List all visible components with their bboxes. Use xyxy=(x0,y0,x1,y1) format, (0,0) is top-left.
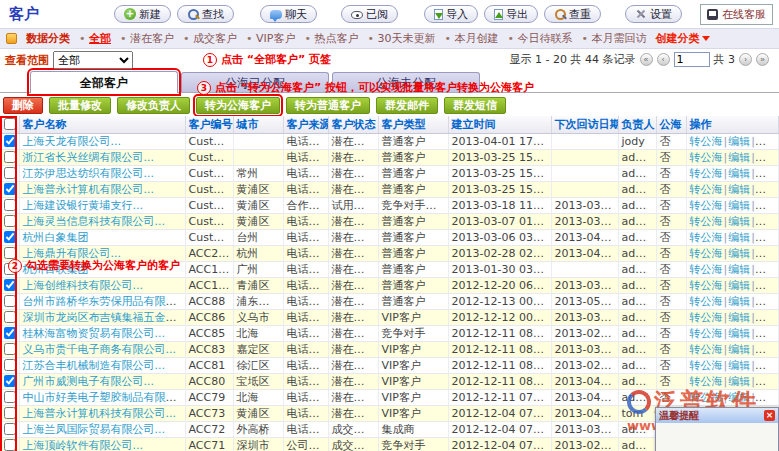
toolbar-button[interactable]: 查找 xyxy=(177,5,234,23)
edit-link[interactable]: 编辑 xyxy=(728,311,750,324)
col-created[interactable]: 建立时间 xyxy=(448,116,551,133)
customer-name-link[interactable]: 桂林海富物资贸易有限公司... xyxy=(23,327,166,340)
customer-name-link[interactable]: 深圳市龙岗区布吉镇集福五金店... xyxy=(23,311,186,324)
customer-name-link[interactable]: 上海普永计算机科技有限公司... xyxy=(23,407,177,420)
classification-filter-link[interactable]: 30天未更新 xyxy=(367,31,435,46)
row-checkbox[interactable] xyxy=(4,167,16,179)
row-checkbox[interactable] xyxy=(4,279,16,291)
edit-link[interactable]: 编辑 xyxy=(728,359,750,372)
to-public-sea-link[interactable]: 转公海 xyxy=(690,343,723,356)
row-checkbox[interactable] xyxy=(4,247,16,259)
col-owner[interactable]: 负责人 xyxy=(618,116,656,133)
row-checkbox[interactable] xyxy=(4,183,16,195)
edit-link[interactable]: 编辑 xyxy=(728,343,750,356)
to-public-sea-link[interactable]: 转公海 xyxy=(690,279,723,292)
row-checkbox[interactable] xyxy=(4,135,16,147)
edit-link[interactable]: 编辑 xyxy=(728,263,750,276)
bulk-action-button[interactable]: 删除 xyxy=(3,97,43,114)
to-public-sea-link[interactable]: 转公海 xyxy=(690,391,723,404)
toolbar-button[interactable]: 导出 xyxy=(484,5,538,23)
row-checkbox[interactable] xyxy=(4,407,16,419)
row-checkbox[interactable] xyxy=(4,295,16,307)
customer-name-link[interactable]: 江苏伊思达纺织有限公司... xyxy=(23,167,155,180)
customer-name-link[interactable]: 上海顶岭软件有限公司... xyxy=(23,439,144,451)
tab[interactable]: 公海未分配 xyxy=(332,72,480,92)
bulk-action-button[interactable]: 修改负责人 xyxy=(117,97,190,114)
close-icon[interactable] xyxy=(764,410,775,421)
customer-name-link[interactable]: 中山市好美电子塑胶制品有限公司... xyxy=(23,391,186,404)
toolbar-button[interactable]: 设置 xyxy=(625,5,682,23)
edit-link[interactable]: 编辑 xyxy=(728,391,750,404)
row-checkbox[interactable] xyxy=(4,263,16,275)
col-source[interactable]: 客户来源 xyxy=(283,116,328,133)
to-public-sea-link[interactable]: 转公海 xyxy=(690,327,723,340)
customer-name-link[interactable]: 义乌市贵千电子商务有限公司... xyxy=(23,343,177,356)
customer-name-link[interactable]: 上海天龙有限公司... xyxy=(23,135,122,148)
edit-link[interactable]: 编辑 xyxy=(728,279,750,292)
select-all-checkbox[interactable] xyxy=(4,118,16,130)
last-page-button[interactable] xyxy=(756,53,769,66)
customer-name-link[interactable]: 杭州白象集团 xyxy=(23,231,89,244)
col-customer-name[interactable]: 客户名称 xyxy=(19,116,185,133)
col-city[interactable]: 城市 xyxy=(233,116,283,133)
edit-link[interactable]: 编辑 xyxy=(728,167,750,180)
row-checkbox[interactable] xyxy=(4,343,16,355)
customer-name-link[interactable]: 江苏合丰机械制造有限公司... xyxy=(23,359,166,372)
previous-page-button[interactable] xyxy=(657,53,670,66)
to-public-sea-link[interactable]: 转公海 xyxy=(690,311,723,324)
page-number-input[interactable] xyxy=(674,52,710,67)
toolbar-button[interactable]: 导入 xyxy=(424,5,478,23)
col-type[interactable]: 客户类型 xyxy=(378,116,448,133)
row-checkbox[interactable] xyxy=(4,199,16,211)
to-public-sea-link[interactable]: 转公海 xyxy=(690,375,723,388)
create-category-link[interactable]: 创建分类 xyxy=(655,31,710,46)
edit-link[interactable]: 编辑 xyxy=(728,215,750,228)
toolbar-button[interactable]: 查重 xyxy=(544,5,601,23)
customer-name-link[interactable]: 浙江省长兴丝绸有限公司... xyxy=(23,151,155,164)
row-checkbox[interactable] xyxy=(4,423,16,435)
toolbar-button[interactable]: 聊天 xyxy=(260,5,317,23)
row-checkbox[interactable] xyxy=(4,311,16,323)
customer-name-link[interactable]: 广州市威测电子有限公司... xyxy=(23,375,155,388)
to-public-sea-link[interactable]: 转公海 xyxy=(690,231,723,244)
customer-name-link[interactable]: 上海普永计算机有限公司... xyxy=(23,183,155,196)
classification-filter-link[interactable]: 本月创建 xyxy=(444,31,498,46)
classification-filter-link[interactable]: VIP客户 xyxy=(246,31,295,46)
bulk-action-button[interactable]: 群发短信 xyxy=(444,97,506,114)
col-public-sea[interactable]: 公海 xyxy=(656,116,686,133)
to-public-sea-link[interactable]: 转公海 xyxy=(690,151,723,164)
customer-name-link[interactable]: 上海建设银行黄埔支行... xyxy=(23,199,144,212)
col-next-visit[interactable]: 下次回访日期 xyxy=(551,116,618,133)
row-checkbox[interactable] xyxy=(4,215,16,227)
classification-filter-link[interactable]: 今日待联系 xyxy=(507,31,572,46)
row-checkbox[interactable] xyxy=(4,151,16,163)
bulk-action-button[interactable]: 群发邮件 xyxy=(376,97,438,114)
customer-name-link[interactable]: 上海鼎升有限公司... xyxy=(23,247,122,260)
edit-link[interactable]: 编辑 xyxy=(728,183,750,196)
edit-link[interactable]: 编辑 xyxy=(728,151,750,164)
to-public-sea-link[interactable]: 转公海 xyxy=(690,247,723,260)
col-customer-id[interactable]: 客户编号 xyxy=(185,116,233,133)
toolbar-button[interactable]: 已阅 xyxy=(341,5,398,23)
edit-link[interactable]: 编辑 xyxy=(728,375,750,388)
classification-filter-link[interactable]: 热点客户 xyxy=(304,31,358,46)
to-public-sea-link[interactable]: 转公海 xyxy=(690,199,723,212)
to-public-sea-link[interactable]: 转公海 xyxy=(690,263,723,276)
edit-link[interactable]: 编辑 xyxy=(728,199,750,212)
edit-link[interactable]: 编辑 xyxy=(728,231,750,244)
scope-select[interactable]: 全部 xyxy=(53,51,133,69)
customer-name-link[interactable]: 上海兰凤国际贸易有限公司... xyxy=(23,423,166,436)
classification-filter-link[interactable]: 全部 xyxy=(79,31,111,46)
online-service-button[interactable]: 在线客服 xyxy=(700,4,773,25)
edit-link[interactable]: 编辑 xyxy=(728,247,750,260)
customer-name-link[interactable]: 杭州百联集团 xyxy=(23,263,89,276)
toolbar-button[interactable]: 新建 xyxy=(114,5,171,23)
row-checkbox[interactable] xyxy=(4,391,16,403)
bulk-action-button[interactable]: 转为公海客户 xyxy=(196,97,280,114)
row-checkbox[interactable] xyxy=(4,327,16,339)
edit-link[interactable]: 编辑 xyxy=(728,135,750,148)
classification-filter-link[interactable]: 潜在客户 xyxy=(120,31,174,46)
col-status[interactable]: 客户状态 xyxy=(328,116,378,133)
customer-name-link[interactable]: 上海创维科技有限公司... xyxy=(23,279,144,292)
to-public-sea-link[interactable]: 转公海 xyxy=(690,183,723,196)
